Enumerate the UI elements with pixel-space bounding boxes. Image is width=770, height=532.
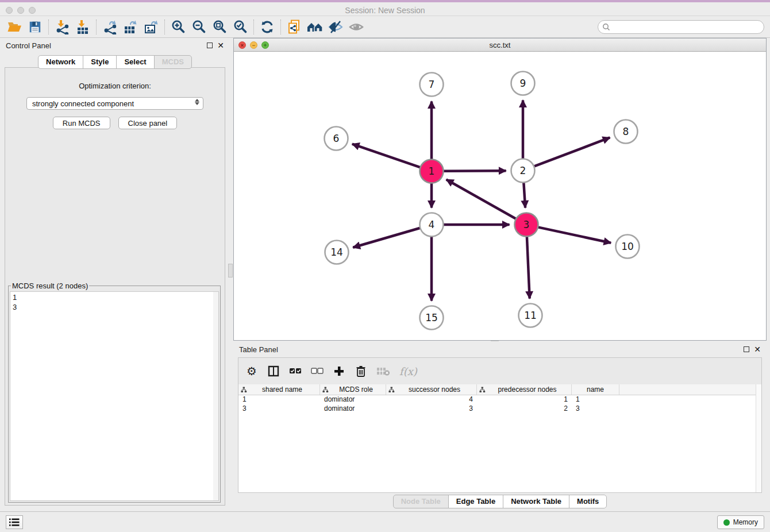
table-panel-header: Table Panel ✕ <box>233 342 767 357</box>
import-table-icon[interactable] <box>74 18 91 36</box>
table-cell[interactable]: 4 <box>386 395 477 404</box>
table-cell[interactable]: 3 <box>572 404 619 414</box>
table-row[interactable]: 1dominator411 <box>238 395 761 404</box>
run-mcds-button[interactable]: Run MCDS <box>53 117 110 129</box>
zoom-out-icon[interactable] <box>190 18 207 36</box>
column-tree-icon <box>322 387 329 393</box>
graph-node-label-14: 14 <box>330 246 343 258</box>
save-session-icon[interactable] <box>26 18 44 36</box>
table-cell[interactable]: 1 <box>572 395 619 404</box>
zoom-selected-icon[interactable] <box>232 18 249 36</box>
table-row[interactable]: 3dominator323 <box>238 404 761 414</box>
graph-edge-2-3[interactable] <box>523 182 525 207</box>
column-header-successor-nodes[interactable]: successor nodes <box>386 384 477 395</box>
float-table-panel-icon[interactable] <box>744 346 749 352</box>
zoom-fit-icon[interactable] <box>211 18 228 36</box>
export-image-icon[interactable] <box>143 18 160 36</box>
open-session-icon[interactable] <box>6 18 23 36</box>
graph-edge-3-11[interactable] <box>527 236 530 298</box>
tab-motifs[interactable]: Motifs <box>569 495 607 508</box>
column-tree-icon <box>241 387 247 393</box>
show-all-icon[interactable] <box>348 18 365 36</box>
unselect-all-icon[interactable] <box>311 364 324 378</box>
table-tabs: Node TableEdge TableNetwork TableMotifs <box>233 495 767 508</box>
add-column-icon[interactable] <box>333 364 345 378</box>
table-settings-icon[interactable]: ⚙ <box>245 364 258 378</box>
search-field[interactable] <box>598 20 764 34</box>
graph-edge-3-1[interactable] <box>446 179 516 218</box>
table-header-row: shared nameMCDS rolesuccessor nodesprede… <box>238 384 761 395</box>
columns-icon[interactable] <box>267 364 280 378</box>
graph-node-label-6: 6 <box>333 133 340 144</box>
export-network-icon[interactable] <box>101 18 118 36</box>
mcds-result-line: 3 <box>13 302 216 312</box>
search-input[interactable] <box>598 20 764 34</box>
close-table-panel-icon[interactable]: ✕ <box>754 346 761 352</box>
delete-column-icon[interactable] <box>355 364 367 378</box>
graph-edge-3-10[interactable] <box>538 227 611 242</box>
graph-edge-1-2[interactable] <box>443 171 506 171</box>
tab-network[interactable]: Network <box>38 55 83 69</box>
result-scrollbar[interactable] <box>213 292 218 500</box>
mcds-tab-content: Optimization criterion: strongly connect… <box>5 67 225 506</box>
graph-node-label-15: 15 <box>425 312 438 323</box>
network-window-titlebar: × − + scc.txt <box>234 38 766 52</box>
table-cell[interactable]: dominator <box>320 395 386 404</box>
table-cell[interactable]: dominator <box>320 404 386 414</box>
mcds-result-text[interactable]: 13 <box>10 291 219 501</box>
column-header-name[interactable]: name <box>572 384 619 395</box>
close-panel-button[interactable]: Close panel <box>118 117 178 129</box>
column-header-label: MCDS role <box>329 385 383 394</box>
column-header-label: shared name <box>247 385 317 394</box>
table-body: 1dominator4113dominator323 <box>238 395 761 414</box>
column-header-label: name <box>574 385 617 394</box>
graph-edge-1-6[interactable] <box>352 144 421 168</box>
column-tree-icon <box>388 387 395 393</box>
graph-node-label-3: 3 <box>523 219 530 230</box>
task-history-button[interactable] <box>6 515 23 529</box>
control-panel-title: Control Panel <box>6 41 51 50</box>
memory-status-icon <box>723 519 730 526</box>
table-cell[interactable]: 3 <box>386 404 477 414</box>
vertical-splitter-handle[interactable] <box>228 264 233 277</box>
refresh-icon[interactable] <box>259 18 276 36</box>
close-panel-icon[interactable]: ✕ <box>217 43 224 48</box>
first-neighbors-icon[interactable] <box>306 18 324 36</box>
function-builder-icon[interactable]: f(x) <box>399 364 417 378</box>
column-header-MCDS-role[interactable]: MCDS role <box>320 384 386 395</box>
graph-edge-4-14[interactable] <box>353 228 420 248</box>
graph-node-label-9: 9 <box>520 78 526 89</box>
import-network-icon[interactable] <box>53 18 71 36</box>
column-header-shared-name[interactable]: shared name <box>238 384 320 395</box>
column-header-label: predecessor nodes <box>486 385 569 394</box>
optimization-criterion-dropdown[interactable]: strongly connected component <box>26 97 203 110</box>
select-all-icon[interactable] <box>289 364 302 378</box>
delete-table-icon[interactable] <box>376 364 390 378</box>
node-table-container: ⚙ f(x) <box>238 357 762 493</box>
table-cell[interactable]: 3 <box>238 404 320 414</box>
tab-mcds[interactable]: MCDS <box>154 55 192 69</box>
column-tree-icon <box>479 387 486 393</box>
tab-node-table[interactable]: Node Table <box>393 495 449 508</box>
main-toolbar <box>0 16 770 38</box>
duplicate-network-icon[interactable] <box>286 18 303 36</box>
control-panel-header: Control Panel ✕ <box>0 38 230 53</box>
tab-select[interactable]: Select <box>116 55 154 69</box>
column-header-predecessor-nodes[interactable]: predecessor nodes <box>477 384 572 395</box>
graph-edge-2-8[interactable] <box>534 137 610 166</box>
hide-selected-icon[interactable] <box>327 18 344 36</box>
tab-edge-table[interactable]: Edge Table <box>448 495 503 508</box>
zoom-in-icon[interactable] <box>170 18 187 36</box>
control-tabs: NetworkStyleSelectMCDS <box>0 55 230 69</box>
float-panel-icon[interactable] <box>207 43 213 48</box>
table-cell[interactable]: 1 <box>238 395 320 404</box>
table-scrollbar[interactable] <box>756 384 761 492</box>
tab-style[interactable]: Style <box>83 55 117 69</box>
network-canvas[interactable]: 1234678910111415 <box>234 52 766 340</box>
table-cell[interactable]: 1 <box>477 395 572 404</box>
export-table-icon[interactable] <box>122 18 139 36</box>
tab-network-table[interactable]: Network Table <box>503 495 569 508</box>
memory-button[interactable]: Memory <box>717 515 764 529</box>
table-cell[interactable]: 2 <box>477 404 572 414</box>
network-title: scc.txt <box>234 41 766 49</box>
